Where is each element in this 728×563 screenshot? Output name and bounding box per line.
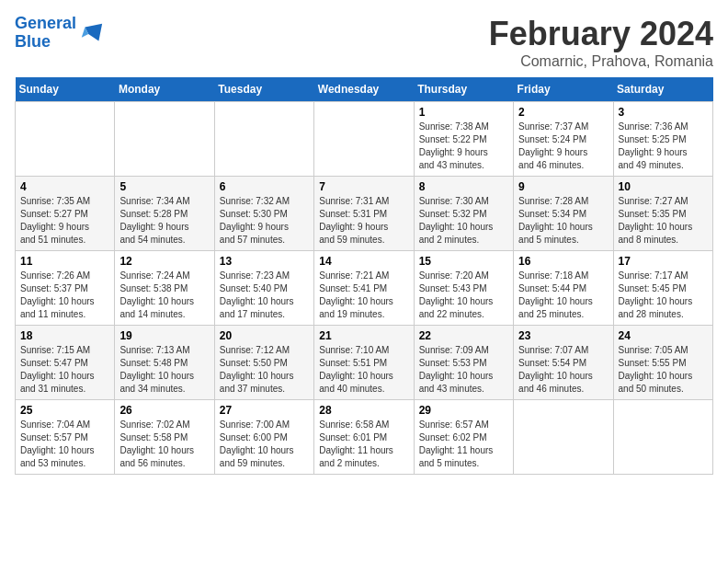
day-header-tuesday: Tuesday [214, 77, 313, 102]
calendar-cell: 15Sunrise: 7:20 AM Sunset: 5:43 PM Dayli… [414, 251, 513, 326]
calendar-cell: 11Sunrise: 7:26 AM Sunset: 5:37 PM Dayli… [16, 251, 115, 326]
calendar-cell [16, 102, 115, 177]
day-info: Sunrise: 7:15 AM Sunset: 5:47 PM Dayligh… [20, 344, 109, 396]
calendar-cell: 5Sunrise: 7:34 AM Sunset: 5:28 PM Daylig… [115, 177, 214, 251]
day-info: Sunrise: 7:35 AM Sunset: 5:27 PM Dayligh… [20, 195, 109, 247]
day-info: Sunrise: 7:27 AM Sunset: 5:35 PM Dayligh… [619, 195, 708, 247]
day-number: 5 [119, 180, 209, 193]
day-info: Sunrise: 7:13 AM Sunset: 5:48 PM Dayligh… [119, 344, 209, 396]
day-number: 17 [619, 255, 708, 268]
calendar-header-row: SundayMondayTuesdayWednesdayThursdayFrid… [16, 77, 713, 102]
calendar-cell: 13Sunrise: 7:23 AM Sunset: 5:40 PM Dayli… [214, 251, 313, 326]
day-number: 24 [619, 329, 708, 342]
day-info: Sunrise: 7:10 AM Sunset: 5:51 PM Dayligh… [319, 344, 408, 396]
day-info: Sunrise: 7:38 AM Sunset: 5:22 PM Dayligh… [419, 121, 508, 172]
day-info: Sunrise: 7:07 AM Sunset: 5:54 PM Dayligh… [518, 344, 608, 396]
day-number: 12 [119, 255, 209, 268]
day-info: Sunrise: 7:04 AM Sunset: 5:57 PM Dayligh… [20, 419, 109, 470]
day-number: 26 [119, 404, 209, 417]
day-number: 18 [20, 329, 109, 342]
day-number: 22 [419, 329, 508, 342]
day-number: 25 [20, 404, 109, 417]
title-block: February 2024 Comarnic, Prahova, Romania [489, 15, 713, 70]
calendar-cell: 14Sunrise: 7:21 AM Sunset: 5:41 PM Dayli… [314, 251, 414, 326]
day-info: Sunrise: 7:20 AM Sunset: 5:43 PM Dayligh… [419, 270, 508, 321]
calendar-cell: 27Sunrise: 7:00 AM Sunset: 6:00 PM Dayli… [214, 400, 313, 475]
calendar-cell: 19Sunrise: 7:13 AM Sunset: 5:48 PM Dayli… [115, 326, 214, 400]
day-number: 23 [518, 329, 608, 342]
calendar-cell: 25Sunrise: 7:04 AM Sunset: 5:57 PM Dayli… [16, 400, 115, 475]
calendar-cell [514, 400, 613, 475]
logo-text: GeneralBlue [15, 15, 76, 52]
calendar-cell [314, 102, 414, 177]
calendar-cell [115, 102, 214, 177]
day-info: Sunrise: 7:17 AM Sunset: 5:45 PM Dayligh… [619, 270, 708, 321]
day-info: Sunrise: 7:05 AM Sunset: 5:55 PM Dayligh… [619, 344, 708, 396]
calendar-cell: 7Sunrise: 7:31 AM Sunset: 5:31 PM Daylig… [314, 177, 414, 251]
day-number: 29 [419, 404, 508, 417]
day-info: Sunrise: 7:36 AM Sunset: 5:25 PM Dayligh… [619, 121, 708, 172]
day-number: 28 [319, 404, 408, 417]
day-number: 2 [518, 106, 608, 119]
day-info: Sunrise: 6:58 AM Sunset: 6:01 PM Dayligh… [319, 419, 408, 470]
day-number: 10 [619, 180, 708, 193]
calendar-cell: 26Sunrise: 7:02 AM Sunset: 5:58 PM Dayli… [115, 400, 214, 475]
calendar-cell: 10Sunrise: 7:27 AM Sunset: 5:35 PM Dayli… [613, 177, 712, 251]
day-info: Sunrise: 7:34 AM Sunset: 5:28 PM Dayligh… [119, 195, 209, 247]
day-number: 9 [518, 180, 608, 193]
calendar-cell: 1Sunrise: 7:38 AM Sunset: 5:22 PM Daylig… [414, 102, 513, 177]
day-number: 6 [220, 180, 309, 193]
day-number: 20 [220, 329, 309, 342]
calendar-week-1: 4Sunrise: 7:35 AM Sunset: 5:27 PM Daylig… [16, 177, 713, 251]
day-info: Sunrise: 7:23 AM Sunset: 5:40 PM Dayligh… [220, 270, 309, 321]
day-number: 7 [319, 180, 408, 193]
day-info: Sunrise: 7:30 AM Sunset: 5:32 PM Dayligh… [419, 195, 508, 247]
day-header-thursday: Thursday [414, 77, 513, 102]
day-info: Sunrise: 7:00 AM Sunset: 6:00 PM Dayligh… [220, 419, 309, 470]
day-info: Sunrise: 7:21 AM Sunset: 5:41 PM Dayligh… [319, 270, 408, 321]
day-header-sunday: Sunday [16, 77, 115, 102]
calendar-cell [214, 102, 313, 177]
calendar-cell: 16Sunrise: 7:18 AM Sunset: 5:44 PM Dayli… [514, 251, 613, 326]
calendar-cell: 20Sunrise: 7:12 AM Sunset: 5:50 PM Dayli… [214, 326, 313, 400]
day-header-saturday: Saturday [613, 77, 712, 102]
day-number: 13 [220, 255, 309, 268]
calendar-week-3: 18Sunrise: 7:15 AM Sunset: 5:47 PM Dayli… [16, 326, 713, 400]
main-title: February 2024 [489, 15, 713, 53]
day-info: Sunrise: 7:18 AM Sunset: 5:44 PM Dayligh… [518, 270, 608, 321]
day-number: 1 [419, 106, 508, 119]
day-number: 21 [319, 329, 408, 342]
day-header-monday: Monday [115, 77, 214, 102]
calendar-cell [613, 400, 712, 475]
calendar-cell: 28Sunrise: 6:58 AM Sunset: 6:01 PM Dayli… [314, 400, 414, 475]
svg-marker-0 [85, 24, 103, 41]
calendar-cell: 21Sunrise: 7:10 AM Sunset: 5:51 PM Dayli… [314, 326, 414, 400]
day-info: Sunrise: 7:32 AM Sunset: 5:30 PM Dayligh… [220, 195, 309, 247]
calendar-week-2: 11Sunrise: 7:26 AM Sunset: 5:37 PM Dayli… [16, 251, 713, 326]
calendar-cell: 4Sunrise: 7:35 AM Sunset: 5:27 PM Daylig… [16, 177, 115, 251]
day-number: 14 [319, 255, 408, 268]
day-info: Sunrise: 7:31 AM Sunset: 5:31 PM Dayligh… [319, 195, 408, 247]
calendar-cell: 3Sunrise: 7:36 AM Sunset: 5:25 PM Daylig… [613, 102, 712, 177]
calendar-cell: 23Sunrise: 7:07 AM Sunset: 5:54 PM Dayli… [514, 326, 613, 400]
calendar-cell: 22Sunrise: 7:09 AM Sunset: 5:53 PM Dayli… [414, 326, 513, 400]
calendar-week-4: 25Sunrise: 7:04 AM Sunset: 5:57 PM Dayli… [16, 400, 713, 475]
day-info: Sunrise: 7:37 AM Sunset: 5:24 PM Dayligh… [518, 121, 608, 172]
day-number: 8 [419, 180, 508, 193]
day-number: 3 [619, 106, 708, 119]
calendar-cell: 29Sunrise: 6:57 AM Sunset: 6:02 PM Dayli… [414, 400, 513, 475]
calendar-cell: 9Sunrise: 7:28 AM Sunset: 5:34 PM Daylig… [514, 177, 613, 251]
day-info: Sunrise: 7:24 AM Sunset: 5:38 PM Dayligh… [119, 270, 209, 321]
calendar-cell: 24Sunrise: 7:05 AM Sunset: 5:55 PM Dayli… [613, 326, 712, 400]
calendar-cell: 2Sunrise: 7:37 AM Sunset: 5:24 PM Daylig… [514, 102, 613, 177]
calendar-cell: 17Sunrise: 7:17 AM Sunset: 5:45 PM Dayli… [613, 251, 712, 326]
logo-icon [78, 20, 104, 46]
page-header: GeneralBlue February 2024 Comarnic, Prah… [15, 15, 713, 70]
day-number: 27 [220, 404, 309, 417]
calendar-table: SundayMondayTuesdayWednesdayThursdayFrid… [15, 77, 713, 475]
day-info: Sunrise: 7:28 AM Sunset: 5:34 PM Dayligh… [518, 195, 608, 247]
day-header-friday: Friday [514, 77, 613, 102]
day-number: 16 [518, 255, 608, 268]
day-number: 4 [20, 180, 109, 193]
day-info: Sunrise: 6:57 AM Sunset: 6:02 PM Dayligh… [419, 419, 508, 470]
